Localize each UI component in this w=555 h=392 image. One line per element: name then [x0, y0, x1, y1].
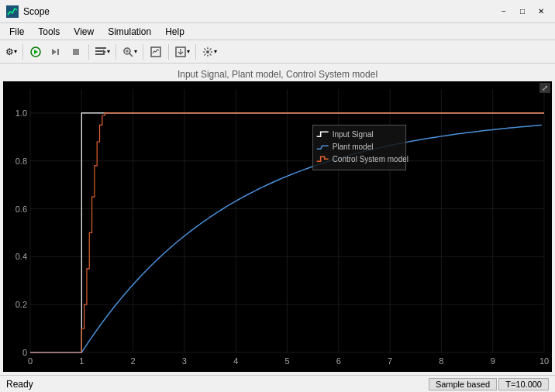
title-text: Scope [23, 6, 50, 17]
title-controls: − □ ✕ [496, 4, 549, 19]
sample-based-badge: Sample based [429, 378, 497, 390]
config-icon [202, 46, 214, 58]
zoom-dropdown[interactable]: ▾ [119, 43, 140, 61]
plot-title: Input Signal, Plant model, Control Syste… [3, 67, 552, 81]
step-icon [50, 46, 61, 57]
save-dropdown[interactable]: ▾ [172, 43, 192, 61]
maximize-button[interactable]: □ [515, 4, 530, 19]
app-icon [6, 5, 19, 18]
tools-dropdown[interactable]: ▾ [92, 43, 112, 61]
separator-4 [143, 44, 143, 60]
config-chevron: ▾ [214, 48, 217, 55]
gear-icon: ⚙ [5, 46, 14, 57]
run-button[interactable] [26, 43, 45, 61]
save-chevron: ▾ [187, 48, 190, 55]
separator-2 [88, 44, 89, 60]
menu-bar: File Tools View Simulation Help [0, 23, 555, 40]
autoscale-icon [150, 46, 162, 58]
plot-canvas[interactable] [3, 81, 552, 372]
config-dropdown[interactable]: ▾ [199, 43, 219, 61]
chevron-icon: ▾ [14, 48, 17, 55]
autoscale-button[interactable] [147, 43, 165, 61]
status-bar: Ready Sample based T=10.000 [0, 375, 555, 392]
separator-3 [115, 44, 116, 60]
separator-5 [168, 44, 169, 60]
toolbar: ⚙ ▾ [0, 40, 555, 64]
title-left: Scope [6, 5, 50, 18]
separator-1 [22, 44, 23, 60]
plot-area: Input Signal, Plant model, Control Syste… [0, 64, 555, 375]
svg-rect-7 [95, 50, 103, 52]
settings-dropdown[interactable]: ⚙ ▾ [3, 43, 19, 61]
tools-chevron: ▾ [107, 48, 110, 55]
status-ready: Ready [6, 379, 33, 390]
svg-rect-5 [73, 49, 79, 55]
svg-marker-2 [34, 50, 38, 54]
expand-icon[interactable]: ⤢ [539, 83, 550, 93]
run-icon [30, 46, 41, 57]
time-badge: T=10.000 [498, 378, 549, 390]
menu-simulation[interactable]: Simulation [102, 25, 157, 39]
minimize-button[interactable]: − [496, 4, 512, 19]
menu-tools[interactable]: Tools [32, 25, 66, 39]
svg-rect-0 [6, 5, 19, 18]
svg-point-17 [206, 50, 209, 53]
close-button[interactable]: ✕ [533, 4, 549, 19]
svg-line-11 [129, 53, 133, 57]
zoom-icon [122, 46, 134, 58]
menu-file[interactable]: File [3, 25, 30, 39]
status-right: Sample based T=10.000 [429, 378, 549, 390]
main-layout: File Tools View Simulation Help ⚙ ▾ [0, 23, 555, 392]
stop-icon [71, 46, 81, 57]
content-area: Input Signal, Plant model, Control Syste… [0, 64, 555, 375]
zoom-chevron: ▾ [134, 48, 137, 55]
save-icon [174, 46, 187, 58]
menu-view[interactable]: View [67, 25, 100, 39]
menu-help[interactable]: Help [159, 25, 191, 39]
svg-marker-3 [52, 49, 57, 55]
svg-rect-6 [95, 47, 106, 49]
plot-wrapper[interactable]: ⤢ [3, 81, 552, 372]
stop-button[interactable] [67, 43, 85, 61]
step-button[interactable] [47, 43, 65, 61]
svg-rect-4 [57, 49, 59, 55]
tools-icon [95, 46, 107, 58]
title-bar: Scope − □ ✕ [0, 0, 555, 23]
separator-6 [195, 44, 196, 60]
